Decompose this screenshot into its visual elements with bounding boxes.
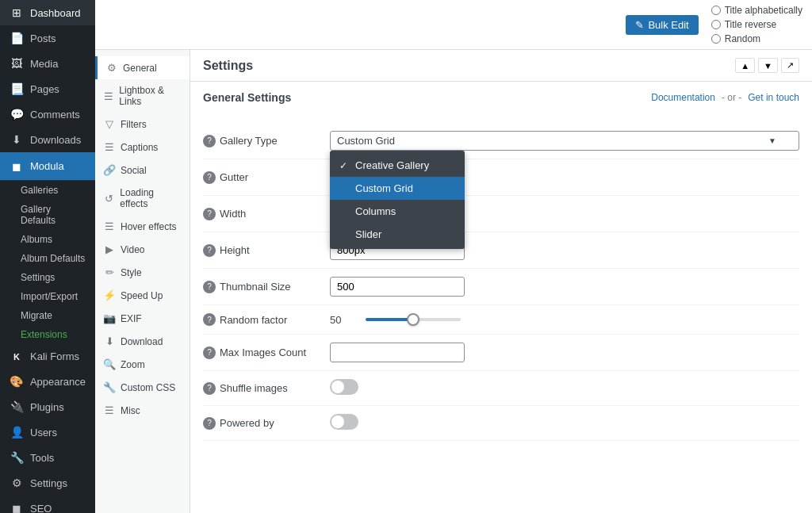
thumbnail-size-label: ? Thumbnail Size [203,281,330,293]
sidebar-item-users[interactable]: 👤 Users [0,419,95,445]
gallery-type-dropdown[interactable]: Custom Grid ▼ ✓ Creative Gallery [330,131,799,151]
sidebar-sub-galleries[interactable]: Galleries [0,181,95,200]
powered-by-toggle[interactable] [330,414,358,430]
sidebar-item-media[interactable]: 🖼 Media [0,51,95,76]
collapse-down-button[interactable]: ▼ [758,58,778,73]
height-row: ? Height [203,232,799,269]
shuffle-help-icon[interactable]: ? [203,382,216,395]
sidebar-item-pages[interactable]: 📃 Pages [0,76,95,101]
section-links: Documentation - or - Get in touch [651,92,799,103]
leftnav-social[interactable]: 🔗 Social [95,159,190,182]
sidebar-item-tools[interactable]: 🔧 Tools [0,445,95,470]
appearance-icon: 🎨 [10,375,24,388]
video-nav-label: Video [121,244,144,255]
settings-body: General Settings Documentation - or - Ge… [190,82,812,450]
random-factor-help-icon[interactable]: ? [203,313,216,326]
width-help-icon[interactable]: ? [203,208,216,220]
gallery-type-display[interactable]: Custom Grid ▼ [330,131,799,151]
sidebar-sub-gallery-defaults[interactable]: Gallery Defaults [0,200,95,230]
leftnav-lightbox[interactable]: ☰ Lightbox & Links [95,79,190,113]
sidebar-sub-migrate[interactable]: Migrate [0,306,95,325]
sidebar-item-comments[interactable]: 💬 Comments [0,101,95,127]
leftnav-video[interactable]: ▶ Video [95,238,190,261]
leftnav-style[interactable]: ✏ Style [95,261,190,284]
sidebar-item-modula[interactable]: ◼ Modula ◀ [0,152,95,180]
hover-effects-nav-icon: ☰ [103,220,116,232]
chevron-down-icon: ▼ [768,136,776,145]
misc-nav-icon: ☰ [103,404,116,416]
documentation-link[interactable]: Documentation [651,92,715,103]
leftnav-filters[interactable]: ▽ Filters [95,113,190,136]
sidebar-item-appearance[interactable]: 🎨 Appearance [0,369,95,394]
sort-random-radio[interactable] [711,34,721,44]
leftnav-captions[interactable]: ☰ Captions [95,136,190,159]
height-help-icon[interactable]: ? [203,244,216,257]
gallery-type-menu: ✓ Creative Gallery Custom Grid Columns [330,151,465,249]
expand-button[interactable]: ↗ [781,58,799,73]
sidebar-item-downloads[interactable]: ⬇ Downloads [0,127,95,152]
sidebar-sub-album-defaults[interactable]: Album Defaults [0,249,95,268]
dropdown-item-label: Columns [355,205,396,217]
sidebar-item-kali-forms[interactable]: K Kali Forms [0,344,95,369]
lightbox-nav-label: Lightbox & Links [119,85,182,107]
sort-reverse-radio[interactable] [711,20,721,29]
dropdown-slider[interactable]: Slider [330,223,465,246]
bulk-edit-button[interactable]: ✎ Bulk Edit [626,15,698,35]
sidebar-item-posts[interactable]: 📄 Posts [0,25,95,51]
gallery-type-help-icon[interactable]: ? [203,135,216,147]
leftnav-hover-effects[interactable]: ☰ Hover effects [95,215,190,238]
header-controls: ▲ ▼ ↗ [735,58,799,73]
powered-by-row: ? Powered by [203,406,799,441]
sidebar-item-dashboard[interactable]: ⊞ Dashboard [0,0,95,25]
downloads-icon: ⬇ [10,133,24,146]
sidebar-label: Kali Forms [30,350,79,362]
shuffle-toggle[interactable] [330,379,358,395]
sort-alphabetically-radio[interactable] [711,6,721,15]
leftnav-exif[interactable]: 📷 EXIF [95,307,190,330]
get-in-touch-link[interactable]: Get in touch [748,92,799,103]
max-images-help-icon[interactable]: ? [203,346,216,359]
speed-up-nav-label: Speed Up [121,290,163,301]
leftnav-loading-effects[interactable]: ↺ Loading effects [95,182,190,215]
dropdown-creative-gallery[interactable]: ✓ Creative Gallery [330,154,465,177]
dropdown-custom-grid[interactable]: Custom Grid [330,177,465,200]
check-icon: ✓ [339,160,350,171]
thumbnail-input[interactable] [330,277,465,297]
sidebar-sub-import-export[interactable]: Import/Export [0,287,95,306]
thumbnail-help-icon[interactable]: ? [203,281,216,293]
random-factor-slider[interactable] [366,318,461,321]
dropdown-item-label: Custom Grid [355,182,413,194]
posts-icon: 📄 [10,32,24,44]
leftnav-speed-up[interactable]: ⚡ Speed Up [95,284,190,307]
settings-header: Settings ▲ ▼ ↗ [190,50,812,82]
sidebar-item-settings[interactable]: ⚙ Settings [0,470,95,496]
sidebar-sub-albums[interactable]: Albums [0,230,95,249]
sidebar-item-seo[interactable]: ◼ SEO [0,496,95,513]
max-images-input[interactable] [330,343,465,362]
leftnav-download[interactable]: ⬇ Download [95,330,190,353]
sidebar-label: Posts [30,33,56,44]
leftnav-general[interactable]: ⚙ General [95,56,190,79]
sort-random[interactable]: Random [711,33,802,44]
leftnav-custom-css[interactable]: 🔧 Custom CSS [95,376,190,399]
download-nav-icon: ⬇ [103,335,116,347]
gutter-row: ? Gutter [203,159,799,196]
shuffle-label: ? Shuffle images [203,382,330,395]
sort-reverse[interactable]: Title reverse [711,19,802,30]
sidebar-item-plugins[interactable]: 🔌 Plugins [0,394,95,419]
bulk-edit-icon: ✎ [635,19,644,31]
dropdown-item-label: Creative Gallery [355,159,429,171]
powered-by-help-icon[interactable]: ? [203,417,216,430]
sort-alphabetically[interactable]: Title alphabetically [711,5,802,16]
sidebar-sub-settings[interactable]: Settings [0,268,95,287]
style-nav-label: Style [121,267,142,278]
sidebar-label: Comments [30,109,80,121]
sidebar-sub-extensions[interactable]: Extensions [0,325,95,344]
leftnav-zoom[interactable]: 🔍 Zoom [95,353,190,376]
gutter-help-icon[interactable]: ? [203,171,216,184]
sidebar-label: Settings [30,477,67,489]
captions-nav-label: Captions [121,142,158,153]
leftnav-misc[interactable]: ☰ Misc [95,399,190,422]
collapse-up-button[interactable]: ▲ [735,58,755,73]
dropdown-columns[interactable]: Columns [330,200,465,223]
